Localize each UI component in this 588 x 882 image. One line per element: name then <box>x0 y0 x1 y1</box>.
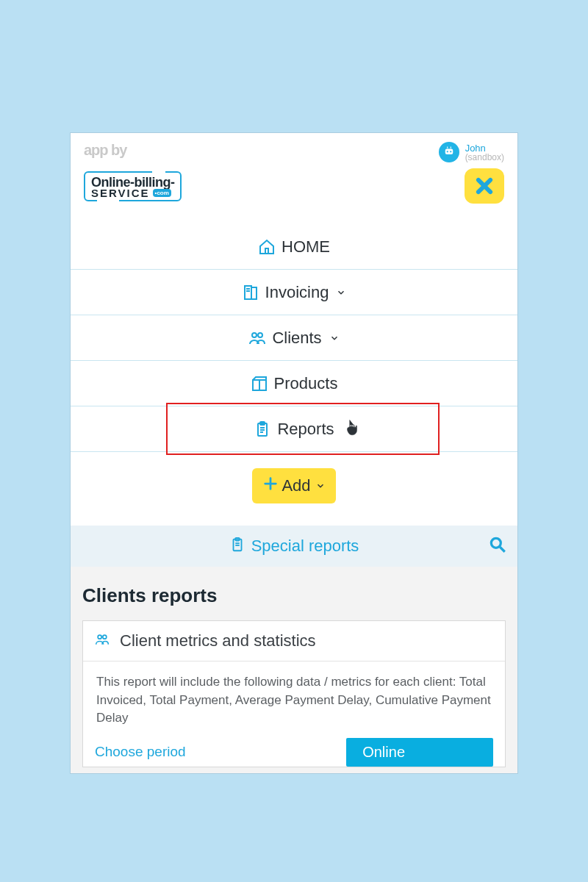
svg-rect-9 <box>251 287 257 299</box>
nav-item-home[interactable]: HOME <box>71 224 517 270</box>
svg-point-30 <box>103 635 107 639</box>
topbar: app by John (sandbox) <box>71 133 517 165</box>
user-badge[interactable]: John (sandbox) <box>439 142 504 162</box>
special-reports-label: Special reports <box>251 537 359 556</box>
app-by-label: app by <box>84 142 126 162</box>
add-label: Add <box>282 476 310 495</box>
nav-label-reports: Reports <box>277 420 334 439</box>
nav-item-clients[interactable]: Clients <box>71 315 517 361</box>
search-button[interactable] <box>488 535 507 557</box>
app-window: app by John (sandbox) Online-billing- <box>70 132 518 774</box>
nav-item-invoicing[interactable]: Invoicing <box>71 270 517 315</box>
chevron-down-icon <box>315 476 326 495</box>
add-button[interactable]: Add <box>252 468 335 503</box>
close-icon <box>474 176 495 196</box>
report-card-body: This report will include the following d… <box>83 662 505 734</box>
svg-point-13 <box>258 333 262 337</box>
nav-label-home: HOME <box>282 237 330 257</box>
svg-line-28 <box>500 547 505 552</box>
online-button[interactable]: Online <box>346 738 493 767</box>
user-text: John (sandbox) <box>465 143 504 162</box>
clipboard-icon <box>254 420 271 438</box>
home-icon <box>258 238 276 256</box>
user-sub: (sandbox) <box>465 153 504 162</box>
add-row: Add <box>71 452 517 526</box>
clients-icon <box>248 329 266 347</box>
chevron-down-icon <box>329 329 340 348</box>
svg-rect-0 <box>445 149 453 155</box>
logo-line2: service <box>91 187 150 198</box>
nav-item-products[interactable]: Products <box>71 361 517 406</box>
logo-row: Online-billing- service •com <box>71 165 517 211</box>
logo[interactable]: Online-billing- service •com <box>84 171 182 201</box>
clients-icon <box>95 632 110 650</box>
choose-period-link[interactable]: Choose period <box>95 744 186 760</box>
products-icon <box>251 375 268 392</box>
page-title: Clients reports <box>82 584 506 607</box>
svg-point-12 <box>252 333 257 337</box>
report-card-title: Client metrics and statistics <box>120 631 316 650</box>
search-icon <box>488 535 507 554</box>
logo-dotcom: •com <box>153 189 171 197</box>
avatar-icon <box>442 146 456 159</box>
svg-rect-8 <box>245 286 251 299</box>
report-card-footer: Choose period Online <box>83 734 505 767</box>
plus-icon <box>262 476 279 496</box>
chevron-down-icon <box>336 283 346 302</box>
report-card-header[interactable]: Client metrics and statistics <box>83 621 505 662</box>
nav-label-products: Products <box>274 374 338 393</box>
nav-item-reports[interactable]: Reports <box>71 406 517 452</box>
svg-point-1 <box>446 151 448 152</box>
special-reports-strip[interactable]: Special reports <box>71 526 517 567</box>
report-card-client-metrics: Client metrics and statistics This repor… <box>82 620 506 767</box>
user-name: John <box>465 143 504 153</box>
svg-point-27 <box>491 538 501 548</box>
invoice-icon <box>242 284 259 301</box>
clipboard-icon <box>229 537 245 556</box>
close-button[interactable] <box>465 168 504 204</box>
svg-point-2 <box>450 151 451 152</box>
svg-point-29 <box>98 635 101 639</box>
main-content: Clients reports Client metrics and stati… <box>71 567 517 774</box>
pointer-cursor-icon <box>343 418 362 442</box>
avatar <box>439 142 459 162</box>
nav-label-invoicing: Invoicing <box>265 283 329 302</box>
main-nav: HOME Invoicing Clients <box>71 224 517 452</box>
svg-rect-7 <box>265 248 268 254</box>
nav-label-clients: Clients <box>272 329 321 348</box>
